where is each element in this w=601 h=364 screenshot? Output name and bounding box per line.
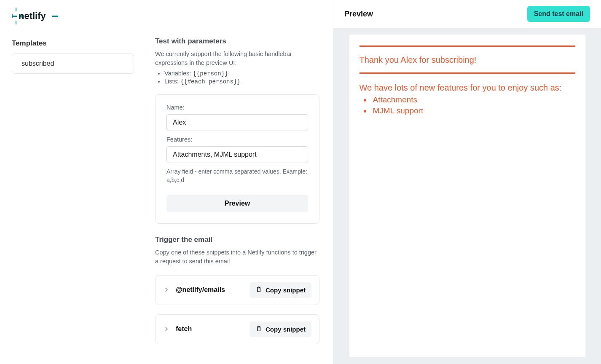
preview-header: Preview Send test email [333,0,601,28]
templates-heading: Templates [12,39,155,48]
divider [360,46,575,47]
netlify-logo: netlify [12,8,62,28]
trigger-desc: Copy one of these snippets into a Netlif… [155,248,319,266]
divider [360,72,575,74]
svg-rect-0 [16,8,16,11]
features-label: Features: [166,136,308,143]
name-label: Name: [166,104,308,111]
send-test-email-button[interactable]: Send test email [527,6,590,22]
copy-snippet-label: Copy snippet [266,286,306,294]
email-preview: Thank you Alex for subscribing! We have … [349,35,585,357]
snippet-row-netlify-emails[interactable]: @netlify/emails Copy snippet [155,275,319,305]
clipboard-icon [255,286,262,294]
name-input[interactable] [166,114,308,131]
email-feature-item: Attachments [371,95,575,104]
snippet-name: @netlify/emails [176,286,225,294]
handlebar-expressions-list: Variables: {{person}} Lists: {{#each per… [155,70,319,85]
lists-label: Lists: [164,78,179,85]
trigger-heading: Trigger the email [155,236,319,244]
lists-code: {{#each persons}} [180,78,241,85]
svg-rect-1 [16,21,16,24]
features-help: Array field - enter comma separated valu… [166,167,308,185]
svg-rect-6 [12,16,17,17]
test-params-heading: Test with parameters [155,37,319,46]
variables-label: Variables: [164,70,191,77]
email-feature-item: MJML support [371,106,575,115]
chevron-right-icon [163,286,170,293]
email-subhead: We have lots of new features for you to … [360,83,575,93]
snippet-name: fetch [176,325,192,333]
snippet-row-fetch[interactable]: fetch Copy snippet [155,314,319,344]
chevron-right-icon [163,326,170,332]
email-features-list: Attachments MJML support [360,95,575,115]
features-input[interactable] [166,146,308,163]
test-params-desc: We currently support the following basic… [155,50,319,67]
email-greeting: Thank you Alex for subscribing! [360,55,575,65]
copy-snippet-button[interactable]: Copy snippet [250,282,311,298]
params-panel: Name: Features: Array field - enter comm… [155,94,319,224]
svg-text:netlify: netlify [19,11,46,21]
clipboard-icon [255,325,262,333]
copy-snippet-button[interactable]: Copy snippet [250,321,311,337]
svg-rect-8 [52,16,58,17]
preview-title: Preview [344,10,373,19]
template-item-subscribed[interactable]: subscribed [12,54,134,74]
preview-button[interactable]: Preview [166,195,308,212]
copy-snippet-label: Copy snippet [266,326,306,333]
variables-code: {{person}} [193,70,228,77]
